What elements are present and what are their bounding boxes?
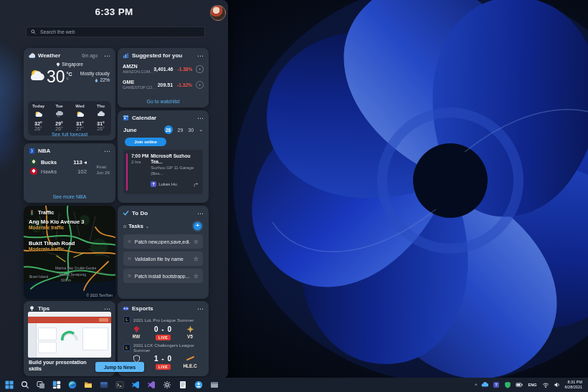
forecast-day[interactable]: Wed 31° 27° xyxy=(70,101,90,135)
unit-celsius[interactable]: °C xyxy=(67,72,72,77)
rsvp-icon[interactable] xyxy=(194,178,199,191)
map-attribution: © 2021 TomTom xyxy=(87,293,113,297)
more-options-button[interactable]: ⋯ xyxy=(197,307,204,311)
traffic-status: Moderate traffic xyxy=(29,225,110,230)
people-app-icon[interactable] xyxy=(194,381,203,390)
search-icon xyxy=(31,29,36,34)
forecast-day[interactable]: Today 32° 26° xyxy=(28,101,49,135)
important-star-icon[interactable]: ☆ xyxy=(194,239,199,245)
map-label: Brani Island xyxy=(29,274,48,279)
calendar-day[interactable]: 29 xyxy=(178,128,184,133)
terminal-icon[interactable] xyxy=(115,381,124,390)
live-badge: LIVE xyxy=(156,364,171,370)
weather-condition: Mostly cloudy xyxy=(80,70,110,77)
traffic-widget[interactable]: Traffic Ang Mo Kio Avenue 3 Moderate tra… xyxy=(24,206,115,299)
stock-row[interactable]: AMZN AMAZON.COM... 3,401.46 -1.38% + xyxy=(118,61,209,77)
see-full-forecast-link[interactable]: See full forecast xyxy=(24,132,115,137)
start-button[interactable] xyxy=(4,381,14,390)
taskbar-clock[interactable]: 8:31 PM 6/28/2021 xyxy=(565,380,584,390)
stock-row[interactable]: GME GAMESTOP CO... 209.51 -1.32% + xyxy=(118,77,209,92)
winner-arrow-icon: ◂ xyxy=(84,159,87,166)
volume-icon[interactable] xyxy=(554,381,561,389)
esports-match[interactable]: RW 0 - 0 LIVE V5 xyxy=(118,323,209,340)
more-options-button[interactable]: ⋯ xyxy=(104,54,110,58)
security-tray-icon[interactable] xyxy=(504,381,512,389)
widget-title: To Do xyxy=(132,210,148,216)
more-options-button[interactable]: ⋯ xyxy=(197,211,204,216)
todo-icon xyxy=(123,210,129,216)
complete-task-radio[interactable]: ○ xyxy=(128,239,131,244)
add-to-watchlist-button[interactable]: + xyxy=(196,81,204,89)
desktop: 6:33 PM Weather 6m ago ⋯ Singapore 30 xyxy=(0,0,588,392)
important-star-icon[interactable]: ☆ xyxy=(194,273,199,279)
task-item[interactable]: ○ Patch new,open,save,edi... ☆ xyxy=(123,234,203,249)
search-input[interactable] xyxy=(39,29,200,35)
battery-tray-icon[interactable] xyxy=(516,381,523,389)
jump-to-news-button[interactable]: Jump to News xyxy=(95,362,144,372)
live-badge: LIVE xyxy=(156,335,171,340)
calendar-day[interactable]: 30 xyxy=(188,128,194,133)
esports-league-row[interactable]: L 2021 LCK Challengers League Summer xyxy=(118,340,209,353)
taskbar-date: 6/28/2021 xyxy=(565,385,582,390)
lol-icon: L xyxy=(123,344,131,351)
complete-task-radio[interactable]: ○ xyxy=(128,256,131,262)
task-view-icon[interactable] xyxy=(36,381,45,390)
task-item[interactable]: ○ Patch install bootstrapp... ☆ xyxy=(123,269,203,283)
more-options-button[interactable]: ⋯ xyxy=(104,307,110,311)
widget-title: Traffic xyxy=(38,209,54,216)
forecast-day[interactable]: Tue 29° 26° xyxy=(49,101,70,135)
traffic-overlay: Traffic Ang Mo Kio Avenue 3 Moderate tra… xyxy=(24,206,115,255)
app-window-icon[interactable] xyxy=(209,381,219,390)
add-to-watchlist-button[interactable]: + xyxy=(196,65,204,73)
go-to-watchlist-link[interactable]: Go to watchlist xyxy=(118,99,209,104)
edge-icon[interactable] xyxy=(67,381,77,390)
calendar-event[interactable]: 7:00 PM 2 hrs Microsoft Suzhou Tea... Su… xyxy=(123,150,203,194)
widget-title: NBA xyxy=(38,148,50,154)
map-scale: 600 m xyxy=(61,278,71,282)
join-online-button[interactable]: Join online xyxy=(125,138,166,146)
event-duration: 2 hrs xyxy=(131,159,151,165)
vscode-icon[interactable] xyxy=(131,381,140,390)
notepad-icon[interactable] xyxy=(178,381,187,390)
map-label: Mount Serapong xyxy=(60,272,86,277)
important-star-icon[interactable]: ☆ xyxy=(194,256,199,262)
task-item[interactable]: ○ Validation file by name ☆ xyxy=(123,252,203,266)
rw-team-logo xyxy=(133,325,141,333)
esports-league-row[interactable]: L 2021 LoL Pro League Summer xyxy=(118,314,209,323)
search-taskbar-icon[interactable] xyxy=(20,381,29,390)
weather-location[interactable]: Singapore xyxy=(24,62,115,67)
web-search-bar[interactable] xyxy=(26,27,205,37)
settings-gear-icon[interactable] xyxy=(162,381,171,390)
tips-caption: Build your presentation skills xyxy=(29,359,99,372)
dark-folder-app-icon[interactable] xyxy=(99,381,108,390)
see-more-nba-link[interactable]: See more NBA xyxy=(24,194,115,199)
traffic-road: Bukit Timah Road xyxy=(29,240,110,247)
hidden-icons-chevron[interactable]: ^ xyxy=(475,383,477,388)
lightbulb-icon xyxy=(29,305,35,312)
language-indicator[interactable]: ENG xyxy=(527,383,539,387)
traffic-light-icon xyxy=(29,209,35,216)
teams-tray-icon[interactable]: T xyxy=(493,381,501,389)
widgets-panel: 6:33 PM Weather 6m ago ⋯ Singapore 30 xyxy=(0,0,228,378)
forecast-day[interactable]: Thu 31° 26° xyxy=(90,101,111,135)
weather-current: 30 °C F Mostly cloudy 22% xyxy=(24,67,115,85)
more-options-button[interactable]: ⋯ xyxy=(104,149,110,153)
unit-fahrenheit[interactable]: F xyxy=(67,77,72,82)
onedrive-tray-icon[interactable] xyxy=(481,381,489,389)
file-explorer-icon[interactable] xyxy=(83,381,93,390)
chevron-down-icon[interactable]: ⌄ xyxy=(146,224,149,229)
calendar-day-selected[interactable]: 28 xyxy=(164,125,173,134)
nba-icon xyxy=(29,148,35,154)
network-icon[interactable] xyxy=(542,381,550,389)
task-list-selector[interactable]: Tasks xyxy=(128,223,143,229)
add-task-button[interactable]: + xyxy=(192,221,203,231)
more-options-button[interactable]: ⋯ xyxy=(197,54,204,58)
more-options-button[interactable]: ⋯ xyxy=(197,116,204,120)
visual-studio-icon[interactable] xyxy=(146,381,156,390)
user-avatar[interactable] xyxy=(210,5,226,21)
widgets-icon[interactable] xyxy=(52,381,61,390)
calendar-widget: Calendar ⋯ June 28 29 30 ⌄ Join online 7… xyxy=(118,110,209,203)
chevron-down-icon[interactable]: ⌄ xyxy=(199,127,203,133)
widget-title: Tips xyxy=(38,305,49,312)
complete-task-radio[interactable]: ○ xyxy=(128,273,131,279)
